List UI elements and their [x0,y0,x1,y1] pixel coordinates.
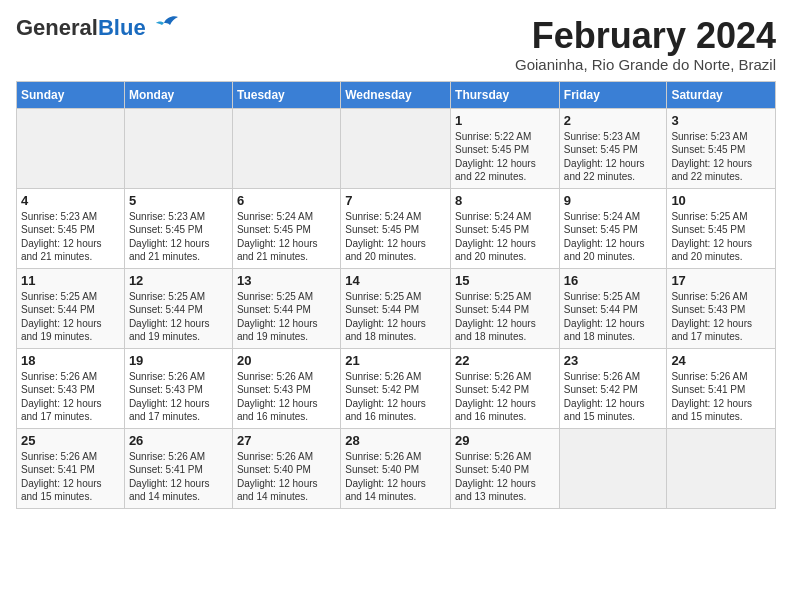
day-number: 20 [237,353,336,368]
logo: GeneralBlue [16,16,180,40]
day-number: 15 [455,273,555,288]
day-number: 10 [671,193,771,208]
day-info: Sunrise: 5:25 AM Sunset: 5:44 PM Dayligh… [129,290,228,344]
day-number: 26 [129,433,228,448]
day-number: 25 [21,433,120,448]
day-number: 18 [21,353,120,368]
day-info: Sunrise: 5:26 AM Sunset: 5:40 PM Dayligh… [455,450,555,504]
calendar-cell: 5Sunrise: 5:23 AM Sunset: 5:45 PM Daylig… [124,188,232,268]
day-number: 27 [237,433,336,448]
day-number: 7 [345,193,446,208]
calendar-cell: 28Sunrise: 5:26 AM Sunset: 5:40 PM Dayli… [341,428,451,508]
calendar-cell: 20Sunrise: 5:26 AM Sunset: 5:43 PM Dayli… [232,348,340,428]
day-info: Sunrise: 5:25 AM Sunset: 5:44 PM Dayligh… [455,290,555,344]
day-number: 17 [671,273,771,288]
calendar-cell: 17Sunrise: 5:26 AM Sunset: 5:43 PM Dayli… [667,268,776,348]
day-info: Sunrise: 5:26 AM Sunset: 5:43 PM Dayligh… [237,370,336,424]
calendar-cell [559,428,667,508]
day-info: Sunrise: 5:24 AM Sunset: 5:45 PM Dayligh… [237,210,336,264]
day-number: 23 [564,353,663,368]
month-year: February 2024 [515,16,776,56]
day-info: Sunrise: 5:25 AM Sunset: 5:44 PM Dayligh… [345,290,446,344]
calendar-cell: 2Sunrise: 5:23 AM Sunset: 5:45 PM Daylig… [559,108,667,188]
day-number: 5 [129,193,228,208]
calendar-cell: 3Sunrise: 5:23 AM Sunset: 5:45 PM Daylig… [667,108,776,188]
calendar-cell: 14Sunrise: 5:25 AM Sunset: 5:44 PM Dayli… [341,268,451,348]
day-number: 11 [21,273,120,288]
weekday-header-friday: Friday [559,81,667,108]
calendar-cell: 18Sunrise: 5:26 AM Sunset: 5:43 PM Dayli… [17,348,125,428]
day-number: 3 [671,113,771,128]
logo-general: General [16,15,98,40]
day-info: Sunrise: 5:25 AM Sunset: 5:44 PM Dayligh… [21,290,120,344]
weekday-header-sunday: Sunday [17,81,125,108]
day-info: Sunrise: 5:24 AM Sunset: 5:45 PM Dayligh… [345,210,446,264]
calendar-cell: 1Sunrise: 5:22 AM Sunset: 5:45 PM Daylig… [451,108,560,188]
day-info: Sunrise: 5:23 AM Sunset: 5:45 PM Dayligh… [671,130,771,184]
day-info: Sunrise: 5:26 AM Sunset: 5:43 PM Dayligh… [21,370,120,424]
day-info: Sunrise: 5:26 AM Sunset: 5:42 PM Dayligh… [455,370,555,424]
calendar-cell: 13Sunrise: 5:25 AM Sunset: 5:44 PM Dayli… [232,268,340,348]
calendar-week-row: 11Sunrise: 5:25 AM Sunset: 5:44 PM Dayli… [17,268,776,348]
day-number: 29 [455,433,555,448]
day-info: Sunrise: 5:26 AM Sunset: 5:41 PM Dayligh… [129,450,228,504]
day-number: 13 [237,273,336,288]
calendar-cell [232,108,340,188]
weekday-header-row: SundayMondayTuesdayWednesdayThursdayFrid… [17,81,776,108]
weekday-header-wednesday: Wednesday [341,81,451,108]
day-info: Sunrise: 5:25 AM Sunset: 5:44 PM Dayligh… [564,290,663,344]
calendar-cell: 21Sunrise: 5:26 AM Sunset: 5:42 PM Dayli… [341,348,451,428]
day-number: 16 [564,273,663,288]
day-info: Sunrise: 5:26 AM Sunset: 5:42 PM Dayligh… [345,370,446,424]
calendar-cell [341,108,451,188]
calendar-cell: 10Sunrise: 5:25 AM Sunset: 5:45 PM Dayli… [667,188,776,268]
day-info: Sunrise: 5:24 AM Sunset: 5:45 PM Dayligh… [564,210,663,264]
title-area: February 2024 Goianinha, Rio Grande do N… [515,16,776,73]
calendar-week-row: 1Sunrise: 5:22 AM Sunset: 5:45 PM Daylig… [17,108,776,188]
weekday-header-tuesday: Tuesday [232,81,340,108]
day-info: Sunrise: 5:23 AM Sunset: 5:45 PM Dayligh… [21,210,120,264]
calendar-cell: 6Sunrise: 5:24 AM Sunset: 5:45 PM Daylig… [232,188,340,268]
calendar-cell [17,108,125,188]
day-number: 28 [345,433,446,448]
day-number: 1 [455,113,555,128]
day-info: Sunrise: 5:25 AM Sunset: 5:45 PM Dayligh… [671,210,771,264]
calendar-week-row: 4Sunrise: 5:23 AM Sunset: 5:45 PM Daylig… [17,188,776,268]
day-number: 24 [671,353,771,368]
calendar-week-row: 25Sunrise: 5:26 AM Sunset: 5:41 PM Dayli… [17,428,776,508]
logo-blue: Blue [98,15,146,40]
calendar-cell: 8Sunrise: 5:24 AM Sunset: 5:45 PM Daylig… [451,188,560,268]
day-number: 19 [129,353,228,368]
calendar-cell [124,108,232,188]
logo-bird-icon [148,13,180,35]
day-number: 9 [564,193,663,208]
calendar-cell: 22Sunrise: 5:26 AM Sunset: 5:42 PM Dayli… [451,348,560,428]
day-info: Sunrise: 5:26 AM Sunset: 5:41 PM Dayligh… [671,370,771,424]
day-info: Sunrise: 5:26 AM Sunset: 5:43 PM Dayligh… [129,370,228,424]
weekday-header-thursday: Thursday [451,81,560,108]
calendar-table: SundayMondayTuesdayWednesdayThursdayFrid… [16,81,776,509]
day-info: Sunrise: 5:22 AM Sunset: 5:45 PM Dayligh… [455,130,555,184]
day-number: 4 [21,193,120,208]
day-info: Sunrise: 5:24 AM Sunset: 5:45 PM Dayligh… [455,210,555,264]
day-number: 8 [455,193,555,208]
calendar-cell: 23Sunrise: 5:26 AM Sunset: 5:42 PM Dayli… [559,348,667,428]
calendar-cell: 26Sunrise: 5:26 AM Sunset: 5:41 PM Dayli… [124,428,232,508]
day-number: 14 [345,273,446,288]
calendar-cell [667,428,776,508]
day-info: Sunrise: 5:26 AM Sunset: 5:40 PM Dayligh… [237,450,336,504]
calendar-cell: 12Sunrise: 5:25 AM Sunset: 5:44 PM Dayli… [124,268,232,348]
header: GeneralBlue February 2024 Goianinha, Rio… [16,16,776,73]
calendar-cell: 9Sunrise: 5:24 AM Sunset: 5:45 PM Daylig… [559,188,667,268]
calendar-cell: 29Sunrise: 5:26 AM Sunset: 5:40 PM Dayli… [451,428,560,508]
day-number: 6 [237,193,336,208]
calendar-cell: 7Sunrise: 5:24 AM Sunset: 5:45 PM Daylig… [341,188,451,268]
day-number: 21 [345,353,446,368]
calendar-cell: 19Sunrise: 5:26 AM Sunset: 5:43 PM Dayli… [124,348,232,428]
calendar-cell: 4Sunrise: 5:23 AM Sunset: 5:45 PM Daylig… [17,188,125,268]
day-info: Sunrise: 5:25 AM Sunset: 5:44 PM Dayligh… [237,290,336,344]
calendar-cell: 27Sunrise: 5:26 AM Sunset: 5:40 PM Dayli… [232,428,340,508]
day-number: 12 [129,273,228,288]
calendar-cell: 11Sunrise: 5:25 AM Sunset: 5:44 PM Dayli… [17,268,125,348]
day-number: 22 [455,353,555,368]
